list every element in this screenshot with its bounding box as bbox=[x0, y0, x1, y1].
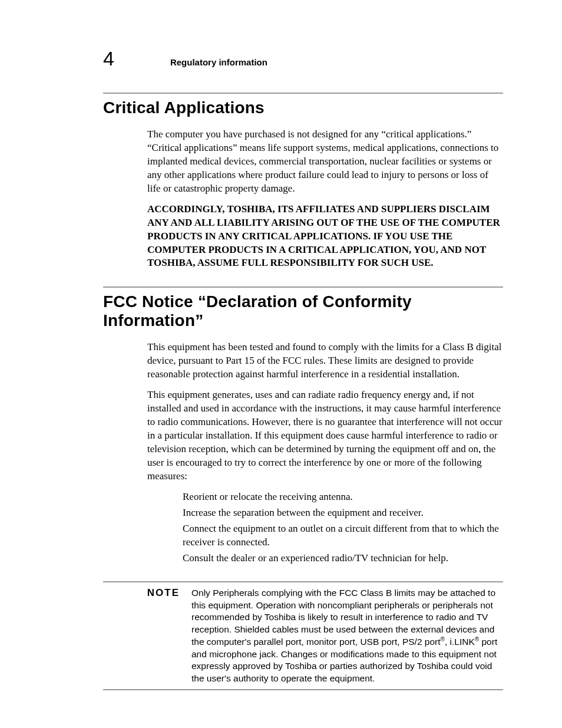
section-rule bbox=[103, 286, 503, 288]
paragraph: The computer you have purchased is not d… bbox=[147, 128, 503, 196]
section-critical-applications: Critical Applications The computer you h… bbox=[103, 93, 503, 270]
list-item: Connect the equipment to an outlet on a … bbox=[183, 522, 503, 549]
section-body: The computer you have purchased is not d… bbox=[147, 128, 503, 270]
section-title: Critical Applications bbox=[103, 98, 503, 117]
list-item: Consult the dealer or an experienced rad… bbox=[183, 552, 503, 565]
note-block: NOTE Only Peripherals complying with the… bbox=[103, 581, 503, 690]
page-number: 4 bbox=[103, 47, 114, 70]
note-text: Only Peripherals complying with the FCC … bbox=[191, 587, 503, 684]
section-fcc-notice: FCC Notice “Declaration of Conformity In… bbox=[103, 286, 503, 565]
measures-list: Reorient or relocate the receiving anten… bbox=[183, 490, 503, 565]
page: 4 Regulatory information Critical Applic… bbox=[0, 0, 562, 726]
running-head: Regulatory information bbox=[170, 57, 267, 67]
list-item: Reorient or relocate the receiving anten… bbox=[183, 490, 503, 504]
page-header: 4 Regulatory information bbox=[103, 47, 503, 70]
section-title: FCC Notice “Declaration of Conformity In… bbox=[103, 292, 503, 330]
section-rule bbox=[103, 93, 503, 94]
section-body: This equipment has been tested and found… bbox=[147, 341, 503, 565]
paragraph-disclaimer: ACCORDINGLY, TOSHIBA, ITS AFFILIATES AND… bbox=[147, 203, 503, 271]
paragraph: This equipment generates, uses and can r… bbox=[147, 388, 503, 483]
paragraph: This equipment has been tested and found… bbox=[147, 341, 503, 381]
list-item: Increase the separation between the equi… bbox=[183, 506, 503, 520]
note-label-wrap: NOTE bbox=[103, 587, 191, 599]
note-label: NOTE bbox=[147, 587, 180, 598]
